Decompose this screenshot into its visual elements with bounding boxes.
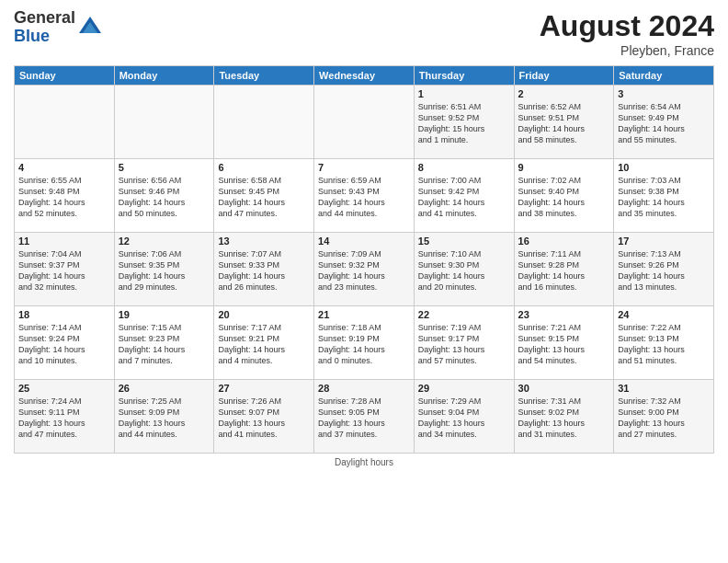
day-info: Sunrise: 7:00 AM Sunset: 9:42 PM Dayligh… xyxy=(418,175,510,220)
month-year: August 2024 xyxy=(540,9,714,43)
day-info: Sunrise: 7:32 AM Sunset: 9:00 PM Dayligh… xyxy=(618,396,710,441)
calendar-cell: 9Sunrise: 7:02 AM Sunset: 9:40 PM Daylig… xyxy=(514,159,614,233)
page: General Blue August 2024 Pleyben, France… xyxy=(0,0,728,563)
day-info: Sunrise: 7:19 AM Sunset: 9:17 PM Dayligh… xyxy=(418,322,510,367)
calendar-cell: 18Sunrise: 7:14 AM Sunset: 9:24 PM Dayli… xyxy=(15,306,115,380)
calendar-cell: 21Sunrise: 7:18 AM Sunset: 9:19 PM Dayli… xyxy=(314,306,415,380)
week-row-4: 18Sunrise: 7:14 AM Sunset: 9:24 PM Dayli… xyxy=(15,306,714,380)
day-number: 9 xyxy=(518,162,610,173)
calendar-cell: 2Sunrise: 6:52 AM Sunset: 9:51 PM Daylig… xyxy=(514,86,614,159)
calendar-cell: 24Sunrise: 7:22 AM Sunset: 9:13 PM Dayli… xyxy=(614,306,714,380)
day-number: 26 xyxy=(119,383,210,394)
day-info: Sunrise: 7:29 AM Sunset: 9:04 PM Dayligh… xyxy=(418,396,510,441)
calendar-cell: 19Sunrise: 7:15 AM Sunset: 9:23 PM Dayli… xyxy=(114,306,214,380)
day-number: 11 xyxy=(18,236,110,247)
day-info: Sunrise: 7:14 AM Sunset: 9:24 PM Dayligh… xyxy=(18,322,110,367)
day-number: 6 xyxy=(218,162,310,173)
day-number: 24 xyxy=(618,309,710,320)
header-row: Sunday Monday Tuesday Wednesday Thursday… xyxy=(15,66,714,86)
day-info: Sunrise: 6:54 AM Sunset: 9:49 PM Dayligh… xyxy=(618,101,710,146)
day-number: 13 xyxy=(218,236,310,247)
calendar-cell: 14Sunrise: 7:09 AM Sunset: 9:32 PM Dayli… xyxy=(314,233,415,306)
day-number: 19 xyxy=(119,309,210,320)
day-info: Sunrise: 7:03 AM Sunset: 9:38 PM Dayligh… xyxy=(618,175,710,220)
day-number: 31 xyxy=(618,383,710,394)
calendar-cell: 31Sunrise: 7:32 AM Sunset: 9:00 PM Dayli… xyxy=(614,380,714,454)
calendar-cell: 15Sunrise: 7:10 AM Sunset: 9:30 PM Dayli… xyxy=(414,233,514,306)
calendar-cell: 22Sunrise: 7:19 AM Sunset: 9:17 PM Dayli… xyxy=(414,306,514,380)
col-saturday: Saturday xyxy=(614,66,714,86)
day-number: 29 xyxy=(418,383,510,394)
day-info: Sunrise: 7:04 AM Sunset: 9:37 PM Dayligh… xyxy=(18,248,110,293)
calendar-cell: 16Sunrise: 7:11 AM Sunset: 9:28 PM Dayli… xyxy=(514,233,614,306)
calendar-cell: 27Sunrise: 7:26 AM Sunset: 9:07 PM Dayli… xyxy=(214,380,314,454)
calendar-cell: 7Sunrise: 6:59 AM Sunset: 9:43 PM Daylig… xyxy=(314,159,415,233)
day-info: Sunrise: 7:21 AM Sunset: 9:15 PM Dayligh… xyxy=(518,322,610,367)
logo-icon xyxy=(77,15,103,40)
week-row-3: 11Sunrise: 7:04 AM Sunset: 9:37 PM Dayli… xyxy=(15,233,714,306)
day-number: 23 xyxy=(518,309,610,320)
day-info: Sunrise: 6:52 AM Sunset: 9:51 PM Dayligh… xyxy=(518,101,610,146)
day-info: Sunrise: 6:59 AM Sunset: 9:43 PM Dayligh… xyxy=(318,175,410,220)
col-monday: Monday xyxy=(114,66,214,86)
day-number: 2 xyxy=(518,88,610,99)
calendar-cell: 8Sunrise: 7:00 AM Sunset: 9:42 PM Daylig… xyxy=(414,159,514,233)
day-number: 8 xyxy=(418,162,510,173)
day-number: 30 xyxy=(518,383,610,394)
day-number: 5 xyxy=(119,162,210,173)
day-info: Sunrise: 7:25 AM Sunset: 9:09 PM Dayligh… xyxy=(119,396,210,441)
day-info: Sunrise: 6:51 AM Sunset: 9:52 PM Dayligh… xyxy=(418,101,510,146)
day-info: Sunrise: 7:06 AM Sunset: 9:35 PM Dayligh… xyxy=(119,248,210,293)
day-number: 14 xyxy=(318,236,410,247)
day-info: Sunrise: 6:58 AM Sunset: 9:45 PM Dayligh… xyxy=(218,175,310,220)
day-info: Sunrise: 7:31 AM Sunset: 9:02 PM Dayligh… xyxy=(518,396,610,441)
calendar-cell: 17Sunrise: 7:13 AM Sunset: 9:26 PM Dayli… xyxy=(614,233,714,306)
calendar-cell: 11Sunrise: 7:04 AM Sunset: 9:37 PM Dayli… xyxy=(15,233,115,306)
day-number: 22 xyxy=(418,309,510,320)
title-block: August 2024 Pleyben, France xyxy=(540,9,714,58)
calendar-cell: 29Sunrise: 7:29 AM Sunset: 9:04 PM Dayli… xyxy=(414,380,514,454)
day-number: 28 xyxy=(318,383,410,394)
day-number: 10 xyxy=(618,162,710,173)
day-number: 4 xyxy=(18,162,110,173)
location: Pleyben, France xyxy=(540,43,714,58)
calendar-cell: 30Sunrise: 7:31 AM Sunset: 9:02 PM Dayli… xyxy=(514,380,614,454)
col-tuesday: Tuesday xyxy=(214,66,314,86)
calendar-cell: 4Sunrise: 6:55 AM Sunset: 9:48 PM Daylig… xyxy=(15,159,115,233)
day-info: Sunrise: 7:11 AM Sunset: 9:28 PM Dayligh… xyxy=(518,248,610,293)
day-number: 1 xyxy=(418,88,510,99)
calendar-cell: 3Sunrise: 6:54 AM Sunset: 9:49 PM Daylig… xyxy=(614,86,714,159)
col-sunday: Sunday xyxy=(15,66,115,86)
col-thursday: Thursday xyxy=(414,66,514,86)
day-number: 7 xyxy=(318,162,410,173)
calendar-cell: 6Sunrise: 6:58 AM Sunset: 9:45 PM Daylig… xyxy=(214,159,314,233)
calendar-cell: 26Sunrise: 7:25 AM Sunset: 9:09 PM Dayli… xyxy=(114,380,214,454)
calendar-cell: 13Sunrise: 7:07 AM Sunset: 9:33 PM Dayli… xyxy=(214,233,314,306)
day-number: 18 xyxy=(18,309,110,320)
calendar-cell xyxy=(15,86,115,159)
calendar-cell: 10Sunrise: 7:03 AM Sunset: 9:38 PM Dayli… xyxy=(614,159,714,233)
day-info: Sunrise: 6:56 AM Sunset: 9:46 PM Dayligh… xyxy=(119,175,210,220)
day-info: Sunrise: 7:02 AM Sunset: 9:40 PM Dayligh… xyxy=(518,175,610,220)
day-info: Sunrise: 7:22 AM Sunset: 9:13 PM Dayligh… xyxy=(618,322,710,367)
day-number: 15 xyxy=(418,236,510,247)
day-info: Sunrise: 7:17 AM Sunset: 9:21 PM Dayligh… xyxy=(218,322,310,367)
day-info: Sunrise: 7:10 AM Sunset: 9:30 PM Dayligh… xyxy=(418,248,510,293)
logo: General Blue xyxy=(14,9,103,46)
day-number: 16 xyxy=(518,236,610,247)
day-info: Sunrise: 7:18 AM Sunset: 9:19 PM Dayligh… xyxy=(318,322,410,367)
day-number: 20 xyxy=(218,309,310,320)
header: General Blue August 2024 Pleyben, France xyxy=(14,9,714,58)
logo-general: General xyxy=(14,8,75,27)
calendar-cell: 5Sunrise: 6:56 AM Sunset: 9:46 PM Daylig… xyxy=(114,159,214,233)
calendar-cell: 28Sunrise: 7:28 AM Sunset: 9:05 PM Dayli… xyxy=(314,380,415,454)
calendar-cell xyxy=(114,86,214,159)
day-number: 21 xyxy=(318,309,410,320)
day-number: 12 xyxy=(119,236,210,247)
calendar-cell: 23Sunrise: 7:21 AM Sunset: 9:15 PM Dayli… xyxy=(514,306,614,380)
calendar-cell xyxy=(214,86,314,159)
day-info: Sunrise: 7:24 AM Sunset: 9:11 PM Dayligh… xyxy=(18,396,110,441)
calendar-cell: 25Sunrise: 7:24 AM Sunset: 9:11 PM Dayli… xyxy=(15,380,115,454)
week-row-2: 4Sunrise: 6:55 AM Sunset: 9:48 PM Daylig… xyxy=(15,159,714,233)
day-info: Sunrise: 7:09 AM Sunset: 9:32 PM Dayligh… xyxy=(318,248,410,293)
